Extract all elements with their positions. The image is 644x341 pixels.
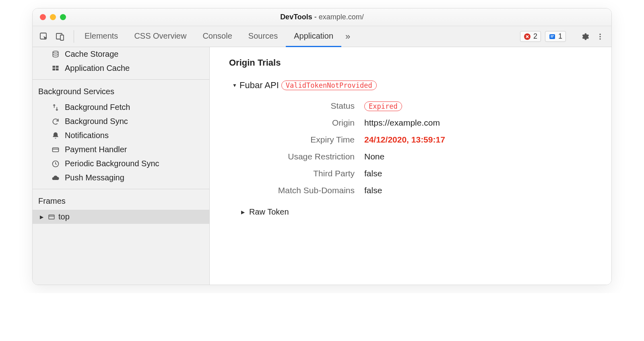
clock-icon [51, 160, 60, 168]
errors-count: 2 [533, 32, 537, 41]
sidebar-item-notifications[interactable]: Notifications [33, 128, 209, 143]
application-sidebar: Cache Storage Application Cache Backgrou… [33, 47, 210, 285]
svg-rect-11 [53, 66, 56, 68]
sidebar-item-label: Push Messaging [65, 173, 124, 182]
page-title: Origin Trials [229, 58, 592, 68]
sidebar-item-label: Notifications [65, 131, 109, 140]
devtools-toolbar: Elements CSS Overview Console Sources Ap… [33, 26, 611, 47]
sidebar-item-background-fetch[interactable]: Background Fetch [33, 100, 209, 114]
svg-point-10 [53, 51, 58, 53]
main-content: Origin Trials ▼ Fubar API ValidTokenNotP… [210, 47, 611, 285]
field-label-status: Status [244, 101, 364, 111]
sidebar-divider [33, 189, 209, 189]
sync-icon [51, 118, 60, 126]
field-label-expiry: Expiry Time [244, 135, 364, 145]
bell-icon [51, 132, 60, 140]
expand-triangle-icon[interactable]: ▶ [40, 214, 45, 220]
sidebar-item-label: Background Fetch [65, 103, 130, 112]
tab-elements[interactable]: Elements [76, 26, 126, 47]
sidebar-item-push-messaging[interactable]: Push Messaging [33, 171, 209, 185]
svg-point-8 [599, 36, 601, 37]
window-title: DevTools - example.com/ [33, 13, 611, 21]
sidebar-section-frames: Frames [33, 192, 209, 210]
sidebar-item-application-cache[interactable]: Application Cache [33, 61, 209, 75]
field-value-status: Expired [364, 101, 592, 111]
fetch-icon [51, 103, 60, 112]
issues-indicator[interactable]: 1 [545, 31, 566, 42]
database-icon [51, 50, 60, 58]
sidebar-item-label: Application Cache [65, 64, 130, 73]
sidebar-divider [33, 79, 209, 80]
app-name: DevTools [280, 13, 312, 21]
svg-point-9 [599, 38, 601, 39]
traffic-lights [33, 14, 66, 20]
field-label-usage: Usage Restriction [244, 152, 364, 161]
svg-rect-15 [53, 148, 59, 152]
panel-tabs: Elements CSS Overview Console Sources Ap… [76, 26, 514, 47]
card-icon [51, 146, 60, 154]
panel-body: Cache Storage Application Cache Backgrou… [33, 47, 611, 285]
token-status-badge: ValidTokenNotProvided [281, 81, 377, 90]
field-label-origin: Origin [244, 118, 364, 128]
field-label-third-party: Third Party [244, 169, 364, 178]
kebab-menu-icon[interactable] [594, 31, 606, 42]
sidebar-item-periodic-background-sync[interactable]: Periodic Background Sync [33, 157, 209, 171]
window-url: example.com/ [319, 13, 364, 21]
svg-rect-2 [60, 35, 64, 40]
errors-indicator[interactable]: 2 [520, 31, 541, 42]
window-titlebar: DevTools - example.com/ [33, 8, 611, 26]
sidebar-item-background-sync[interactable]: Background Sync [33, 114, 209, 128]
expand-triangle-icon[interactable]: ▶ [241, 209, 246, 215]
svg-rect-17 [49, 215, 54, 219]
issue-icon [549, 33, 556, 40]
field-label-subdomains: Match Sub-Domains [244, 186, 364, 195]
trial-name: Fubar API [239, 80, 279, 91]
window-maximize-button[interactable] [60, 14, 66, 20]
grid-icon [51, 64, 60, 72]
field-value-subdomains: false [364, 186, 592, 195]
sidebar-item-payment-handler[interactable]: Payment Handler [33, 143, 209, 157]
more-tabs-button[interactable]: » [341, 26, 354, 47]
expand-triangle-icon[interactable]: ▼ [232, 83, 237, 88]
sidebar-section-background-services: Background Services [33, 83, 209, 100]
issues-count: 1 [558, 32, 562, 41]
sidebar-item-cache-storage[interactable]: Cache Storage [33, 47, 209, 61]
svg-rect-6 [551, 37, 553, 37]
tab-css-overview[interactable]: CSS Overview [126, 26, 194, 47]
svg-point-7 [599, 33, 601, 35]
devtools-window: DevTools - example.com/ Elements CSS Ove… [32, 8, 612, 285]
svg-rect-14 [56, 68, 59, 70]
trial-details: Status Expired Origin https://example.co… [244, 101, 592, 195]
raw-token-row[interactable]: ▶ Raw Token [241, 207, 592, 217]
frame-label: top [58, 212, 70, 221]
settings-icon[interactable] [579, 31, 590, 42]
svg-rect-12 [56, 66, 59, 68]
field-value-usage: None [364, 152, 592, 161]
svg-rect-13 [53, 68, 56, 70]
field-value-origin: https://example.com [364, 118, 592, 128]
field-value-third-party: false [364, 169, 592, 178]
sidebar-item-label: Cache Storage [65, 50, 118, 59]
status-badge: Expired [364, 101, 402, 111]
field-value-expiry: 24/12/2020, 13:59:17 [364, 135, 592, 145]
window-close-button[interactable] [40, 14, 46, 20]
window-minimize-button[interactable] [50, 14, 56, 20]
origin-trial-row[interactable]: ▼ Fubar API ValidTokenNotProvided [229, 80, 592, 91]
error-icon [524, 33, 531, 40]
sidebar-item-label: Background Sync [65, 117, 128, 126]
frame-item-top[interactable]: ▶ top [33, 210, 209, 224]
cloud-icon [51, 174, 60, 182]
inspect-element-icon[interactable] [38, 31, 50, 42]
device-toolbar-icon[interactable] [54, 31, 66, 42]
tab-sources[interactable]: Sources [240, 26, 286, 47]
toolbar-separator [74, 30, 74, 43]
svg-rect-5 [551, 35, 554, 36]
tab-console[interactable]: Console [194, 26, 240, 47]
raw-token-label: Raw Token [249, 207, 289, 217]
tab-application[interactable]: Application [286, 26, 341, 47]
sidebar-item-label: Payment Handler [65, 145, 127, 154]
frame-icon [48, 213, 55, 221]
sidebar-item-label: Periodic Background Sync [65, 159, 159, 168]
